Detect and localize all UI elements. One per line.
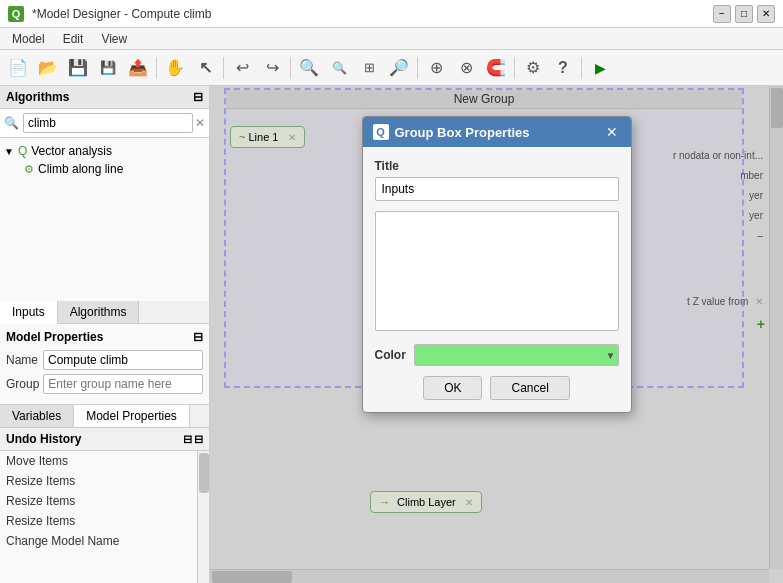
undo-item-1[interactable]: Resize Items [0,471,209,491]
add-input-button[interactable]: ⊕ [422,54,450,82]
group-row: Group [6,374,203,394]
select-button[interactable]: ↖ [191,54,219,82]
sep5 [514,57,515,79]
dialog-title-icon: Q [373,124,389,140]
model-properties-header: Model Properties ⊟ [6,330,203,344]
dialog-color-row: Color ▼ [375,344,619,366]
expand-icon: ▼ [4,146,14,157]
group-label: Group [6,377,39,391]
zoom-actual-button[interactable]: ⊞ [355,54,383,82]
algo-item-icon: ⚙ [24,163,34,176]
undo-icon1[interactable]: ⊟ [183,433,192,446]
window-controls[interactable]: − □ ✕ [713,5,775,23]
add-output-button[interactable]: ⊗ [452,54,480,82]
undo-item-2[interactable]: Resize Items [0,491,209,511]
run-button[interactable]: ▶ [586,54,614,82]
sep2 [223,57,224,79]
sep1 [156,57,157,79]
left-panel: Algorithms ⊟ 🔍 ✕ ▼ Q Vector analysis ⚙ C… [0,86,210,583]
search-input[interactable] [23,113,193,133]
tab-model-properties[interactable]: Model Properties [74,405,190,427]
save-as-button[interactable]: 💾 [94,54,122,82]
tab-row-inputs-algorithms: Inputs Algorithms [0,301,209,324]
dialog-title-input[interactable] [375,177,619,201]
undo-item-4[interactable]: Change Model Name [0,531,209,551]
redo-button[interactable]: ↪ [258,54,286,82]
name-input[interactable] [43,350,203,370]
new-button[interactable]: 📄 [4,54,32,82]
help-button[interactable]: ? [549,54,577,82]
title-bar: Q *Model Designer - Compute climb − □ ✕ [0,0,783,28]
name-label: Name [6,353,39,367]
search-box: 🔍 ✕ [0,109,209,138]
save-button[interactable]: 💾 [64,54,92,82]
dialog-title-text: Q Group Box Properties [373,124,530,140]
open-button[interactable]: 📂 [34,54,62,82]
dialog-cancel-button[interactable]: Cancel [490,376,569,400]
pan-button[interactable]: ✋ [161,54,189,82]
model-properties-section: Model Properties ⊟ Name Group [0,324,209,405]
undo-scrollbar[interactable] [197,451,209,583]
zoom-select-button[interactable]: 🔎 [385,54,413,82]
algo-group-vector[interactable]: ▼ Q Vector analysis [4,142,205,160]
dialog-title-label-text: Title [375,159,619,173]
undo-list: Move Items Resize Items Resize Items Res… [0,451,209,583]
zoom-in-button[interactable]: 🔍 [295,54,323,82]
app-icon: Q [8,6,24,22]
menu-edit[interactable]: Edit [55,30,92,48]
tab-variables[interactable]: Variables [0,405,74,427]
export-button[interactable]: 📤 [124,54,152,82]
color-dropdown-arrow: ▼ [606,350,616,361]
maximize-button[interactable]: □ [735,5,753,23]
dialog-color-label: Color [375,348,406,362]
algorithms-header-icons: ⊟ [193,90,203,104]
undo-button[interactable]: ↩ [228,54,256,82]
group-input[interactable] [43,374,203,394]
group-icon: Q [18,144,27,158]
algo-item-label: Climb along line [38,162,123,176]
menu-view[interactable]: View [93,30,135,48]
toolbar: 📄 📂 💾 💾 📤 ✋ ↖ ↩ ↪ 🔍 🔍 ⊞ 🔎 ⊕ ⊗ 🧲 ⚙ ? ▶ [0,50,783,86]
algorithm-tree: ▼ Q Vector analysis ⚙ Climb along line [0,138,209,301]
name-row: Name [6,350,203,370]
algo-item-climb[interactable]: ⚙ Climb along line [4,160,205,178]
dialog-button-row: OK Cancel [375,376,619,400]
algo-group-label: Vector analysis [31,144,112,158]
undo-section: Undo History ⊟ ⊟ Move Items Resize Items… [0,428,209,583]
dialog-title-bar: Q Group Box Properties ✕ [363,117,631,147]
dialog-ok-button[interactable]: OK [423,376,482,400]
tab-algorithms[interactable]: Algorithms [58,301,140,323]
group-box-properties-dialog: Q Group Box Properties ✕ Title Color ▼ [362,116,632,413]
search-icon: 🔍 [4,116,19,130]
sep3 [290,57,291,79]
model-props-icon: ⊟ [193,330,203,344]
settings-button[interactable]: ⚙ [519,54,547,82]
dialog-overlay: Q Group Box Properties ✕ Title Color ▼ [210,86,783,583]
undo-header: Undo History ⊟ ⊟ [0,428,209,451]
undo-history-label: Undo History [6,432,81,446]
undo-header-icons: ⊟ ⊟ [183,433,203,446]
main-layout: Algorithms ⊟ 🔍 ✕ ▼ Q Vector analysis ⚙ C… [0,86,783,583]
algorithms-header: Algorithms ⊟ [0,86,209,109]
snap-button[interactable]: 🧲 [482,54,510,82]
algorithms-label: Algorithms [6,90,69,104]
minimize-button[interactable]: − [713,5,731,23]
sep4 [417,57,418,79]
canvas-area[interactable]: New Group ~ Line 1 ✕ r nodata or non-int… [210,86,783,583]
dialog-body: Title Color ▼ OK Cancel [363,147,631,412]
tab-inputs[interactable]: Inputs [0,301,58,324]
sep6 [581,57,582,79]
close-button[interactable]: ✕ [757,5,775,23]
dialog-description-area[interactable] [375,211,619,331]
dialog-close-button[interactable]: ✕ [603,123,621,141]
menu-model[interactable]: Model [4,30,53,48]
search-clear-button[interactable]: ✕ [195,116,205,130]
undo-icon2[interactable]: ⊟ [194,433,203,446]
bottom-tab-row: Variables Model Properties [0,405,209,428]
undo-item-0[interactable]: Move Items [0,451,209,471]
undo-item-3[interactable]: Resize Items [0,511,209,531]
dialog-color-picker[interactable]: ▼ [414,344,619,366]
zoom-out-button[interactable]: 🔍 [325,54,353,82]
model-properties-label: Model Properties [6,330,103,344]
collapse-icon[interactable]: ⊟ [193,90,203,104]
